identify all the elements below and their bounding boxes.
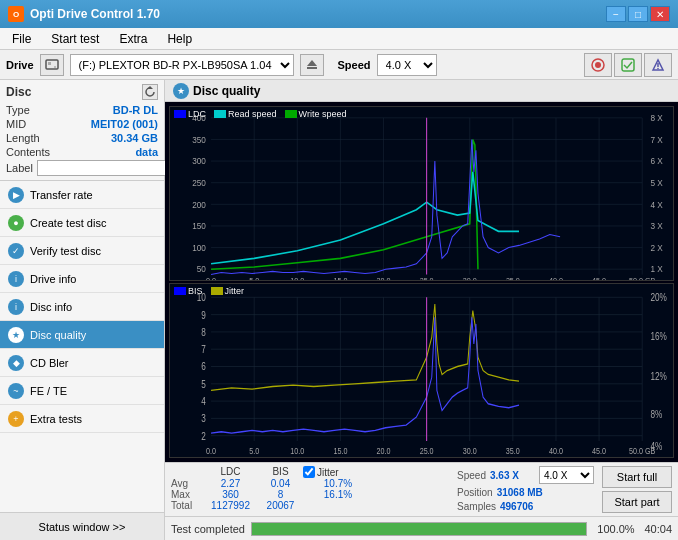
svg-text:35.0: 35.0 [506, 276, 520, 280]
avg-label: Avg [171, 478, 203, 489]
disc-info-icon: i [8, 299, 24, 315]
legend-read-speed-label: Read speed [228, 109, 277, 119]
svg-text:3 X: 3 X [650, 221, 663, 231]
menu-help[interactable]: Help [159, 30, 200, 48]
svg-text:10.0: 10.0 [290, 276, 304, 280]
jitter-checkbox[interactable] [303, 466, 315, 478]
speed-stat-row: Speed 3.63 X 4.0 X [457, 466, 594, 484]
legend-write-speed: Write speed [285, 109, 347, 119]
svg-text:12%: 12% [650, 370, 667, 382]
chart-bis: BIS Jitter [169, 283, 674, 458]
disc-header: Disc [6, 84, 158, 100]
drive-select[interactable]: (F:) PLEXTOR BD-R PX-LB950SA 1.04 [70, 54, 294, 76]
svg-marker-4 [307, 60, 317, 66]
speed-stat-select[interactable]: 4.0 X [539, 466, 594, 484]
disc-quality-header: ★ Disc quality [165, 80, 678, 102]
menubar: File Start test Extra Help [0, 28, 678, 50]
status-window-button[interactable]: Status window >> [0, 512, 164, 540]
svg-point-2 [54, 66, 56, 68]
sidebar-item-disc-quality[interactable]: ★ Disc quality [0, 321, 164, 349]
legend-ldc-label: LDC [188, 109, 206, 119]
sidebar-item-extra-tests[interactable]: + Extra tests [0, 405, 164, 433]
svg-text:100: 100 [192, 243, 206, 253]
sidebar-item-transfer-rate[interactable]: ▶ Transfer rate [0, 181, 164, 209]
ldc-col-header: LDC [203, 466, 258, 478]
svg-text:150: 150 [192, 221, 206, 231]
menu-extra[interactable]: Extra [111, 30, 155, 48]
svg-text:45.0: 45.0 [592, 445, 606, 456]
sidebar-item-drive-info[interactable]: i Drive info [0, 265, 164, 293]
titlebar-controls[interactable]: − □ ✕ [606, 6, 670, 22]
menu-start-test[interactable]: Start test [43, 30, 107, 48]
total-label: Total [171, 500, 203, 511]
drive-label: Drive [6, 59, 34, 71]
minimize-button[interactable]: − [606, 6, 626, 22]
speed-select[interactable]: 4.0 X [377, 54, 437, 76]
disc-refresh-btn[interactable] [142, 84, 158, 100]
disc-length-label: Length [6, 132, 40, 144]
svg-text:5: 5 [201, 378, 206, 390]
disc-info-label: Disc info [30, 301, 72, 313]
sidebar-item-create-test-disc[interactable]: ● Create test disc [0, 209, 164, 237]
svg-marker-10 [147, 86, 153, 89]
svg-text:7 X: 7 X [650, 134, 663, 144]
legend-bis: BIS [174, 286, 203, 296]
bis-max: 8 [258, 489, 303, 500]
disc-label-row: Label [6, 160, 158, 176]
disc-section: Disc Type BD-R DL MID MEIT02 (001) Lengt… [0, 80, 164, 181]
svg-text:45.0: 45.0 [592, 276, 606, 280]
disc-type-val: BD-R DL [113, 104, 158, 116]
extra-tests-icon: + [8, 411, 24, 427]
legend-bis-color [174, 287, 186, 295]
eject-button[interactable] [300, 54, 324, 76]
chart1-svg: 400 350 300 250 200 150 100 50 8 X 7 X 6… [170, 107, 673, 280]
disc-quality-label: Disc quality [30, 329, 86, 341]
svg-text:35.0: 35.0 [506, 445, 520, 456]
legend-read-speed-color [214, 110, 226, 118]
svg-text:40.0: 40.0 [549, 445, 563, 456]
action-btn-1[interactable] [584, 53, 612, 77]
status-window-label: Status window >> [39, 521, 126, 533]
svg-text:25.0: 25.0 [420, 445, 434, 456]
disc-quality-title: Disc quality [193, 84, 260, 98]
disc-contents-row: Contents data [6, 146, 158, 158]
disc-contents-label: Contents [6, 146, 50, 158]
legend-bis-label: BIS [188, 286, 203, 296]
nav-items: ▶ Transfer rate ● Create test disc ✓ Ver… [0, 181, 164, 512]
start-full-button[interactable]: Start full [602, 466, 672, 488]
action-btn-3[interactable] [644, 53, 672, 77]
svg-rect-1 [48, 62, 51, 65]
app-title: Opti Drive Control 1.70 [30, 7, 160, 21]
bis-total: 20067 [258, 500, 303, 511]
svg-point-6 [595, 62, 601, 68]
close-button[interactable]: ✕ [650, 6, 670, 22]
chart2-legend: BIS Jitter [174, 286, 244, 296]
fe-te-icon: ~ [8, 383, 24, 399]
disc-label-input[interactable] [37, 160, 170, 176]
disc-length-row: Length 30.34 GB [6, 132, 158, 144]
ldc-avg: 2.27 [203, 478, 258, 489]
sidebar-item-cd-bler[interactable]: ◆ CD Bler [0, 349, 164, 377]
start-part-button[interactable]: Start part [602, 491, 672, 513]
disc-type-row: Type BD-R DL [6, 104, 158, 116]
disc-quality-header-icon: ★ [173, 83, 189, 99]
start-buttons: Start full Start part [602, 466, 672, 513]
maximize-button[interactable]: □ [628, 6, 648, 22]
action-btn-2[interactable] [614, 53, 642, 77]
svg-text:15.0: 15.0 [333, 276, 347, 280]
svg-text:6: 6 [201, 360, 206, 372]
disc-type-label: Type [6, 104, 30, 116]
menu-file[interactable]: File [4, 30, 39, 48]
sidebar-item-fe-te[interactable]: ~ FE / TE [0, 377, 164, 405]
sidebar: Disc Type BD-R DL MID MEIT02 (001) Lengt… [0, 80, 165, 540]
svg-rect-13 [170, 107, 673, 280]
extra-tests-label: Extra tests [30, 413, 82, 425]
verify-test-disc-icon: ✓ [8, 243, 24, 259]
chart-ldc: LDC Read speed Write speed [169, 106, 674, 281]
verify-test-disc-label: Verify test disc [30, 245, 101, 257]
sidebar-item-verify-test-disc[interactable]: ✓ Verify test disc [0, 237, 164, 265]
svg-text:4: 4 [201, 395, 206, 407]
drive-icon-btn[interactable] [40, 54, 64, 76]
sidebar-item-disc-info[interactable]: i Disc info [0, 293, 164, 321]
chart2-svg: 10 9 8 7 6 5 4 3 2 20% 16% 12% 8% 4% 0 [170, 284, 673, 457]
